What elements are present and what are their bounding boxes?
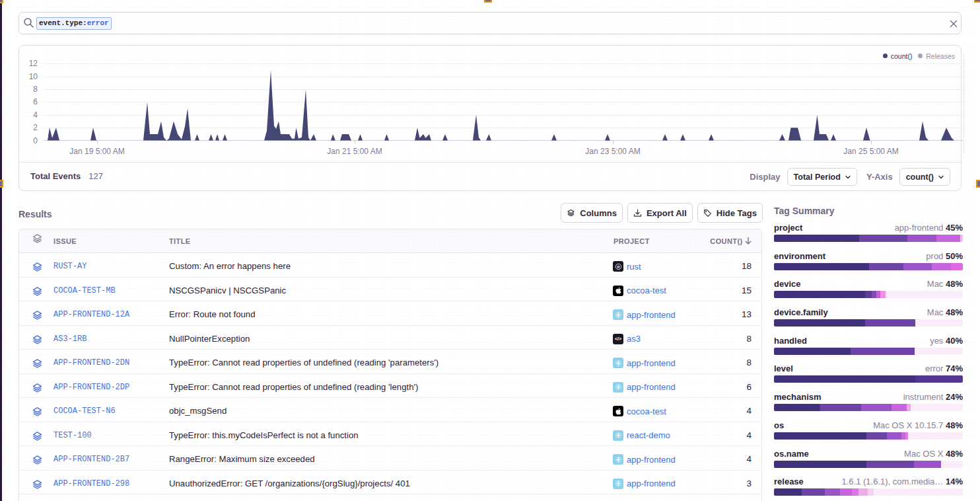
- svg-text:R: R: [617, 264, 619, 268]
